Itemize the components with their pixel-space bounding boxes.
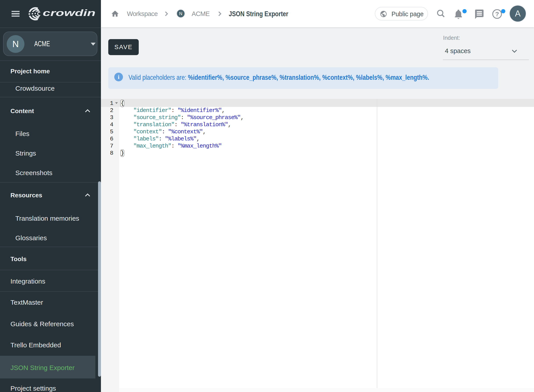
svg-text:?: ? (495, 11, 499, 18)
